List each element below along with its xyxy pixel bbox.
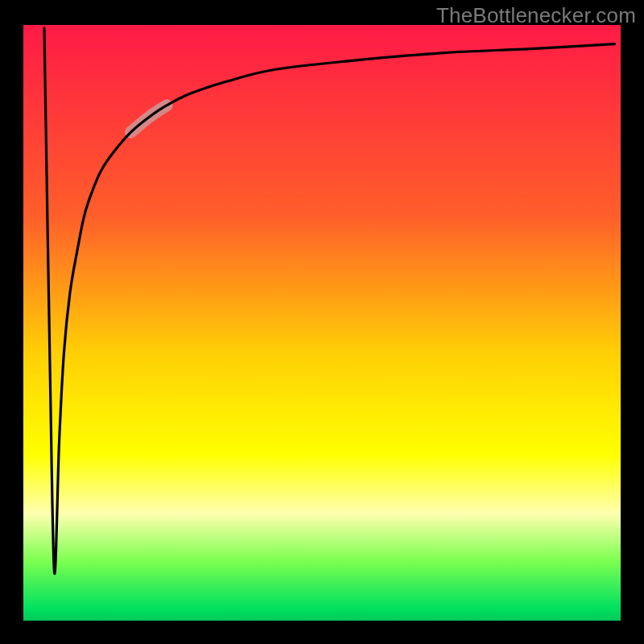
chart-svg: [0, 0, 644, 644]
watermark-text: TheBottlenecker.com: [436, 3, 636, 28]
plot-background: [23, 25, 621, 621]
chart-canvas: TheBottlenecker.com: [0, 0, 644, 644]
